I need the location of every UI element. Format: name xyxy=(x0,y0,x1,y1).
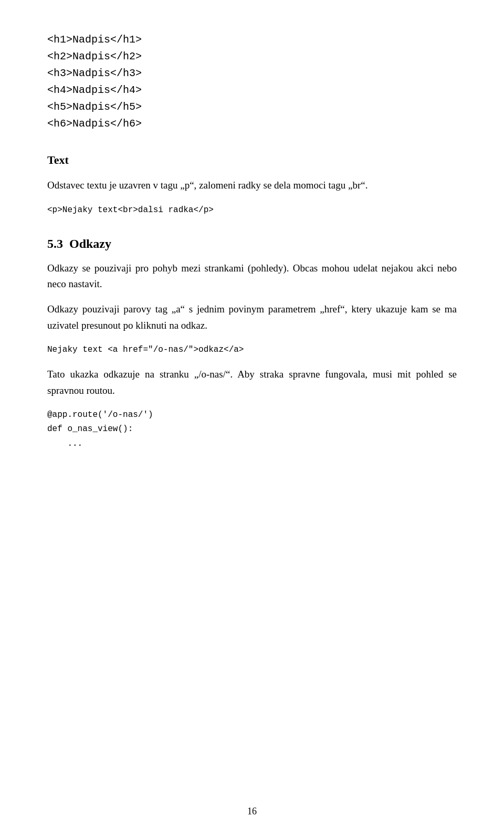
code-link-example: Nejaky text <a href="/o-nas/">odkaz</a> xyxy=(47,343,457,357)
h3-code: <h3>Nadpis</h3> xyxy=(47,65,457,82)
page: <h1>Nadpis</h1> <h2>Nadpis</h2> <h3>Nadp… xyxy=(0,0,504,838)
h2-code: <h2>Nadpis</h2> xyxy=(47,48,457,65)
h5-code: <h5>Nadpis</h5> xyxy=(47,99,457,116)
h6-code: <h6>Nadpis</h6> xyxy=(47,116,457,132)
paragraph-description: Odstavec textu je uzavren v tagu „p“, za… xyxy=(47,177,457,193)
headings-block: <h1>Nadpis</h1> <h2>Nadpis</h2> <h3>Nadp… xyxy=(47,32,457,132)
body-text-after-code: Tato ukazka odkazuje na stranku „/o-nas/… xyxy=(47,366,457,399)
code-route-example: @app.route('/o-nas/') def o_nas_view(): … xyxy=(47,408,457,451)
section-heading: 5.3 Odkazy xyxy=(47,237,457,251)
h1-code: <h1>Nadpis</h1> xyxy=(47,32,457,48)
code-p-example: <p>Nejaky text<br>dalsi radka</p> xyxy=(47,203,457,217)
section-title: Odkazy xyxy=(69,237,111,250)
page-number: 16 xyxy=(247,806,257,817)
text-label: Text xyxy=(47,153,457,167)
body-text-1: Odkazy se pouzivaji pro pohyb mezi stran… xyxy=(47,260,457,292)
body-text-2: Odkazy pouzivaji parovy tag „a“ s jednim… xyxy=(47,301,457,333)
section-number: 5.3 xyxy=(47,237,63,250)
h4-code: <h4>Nadpis</h4> xyxy=(47,82,457,99)
